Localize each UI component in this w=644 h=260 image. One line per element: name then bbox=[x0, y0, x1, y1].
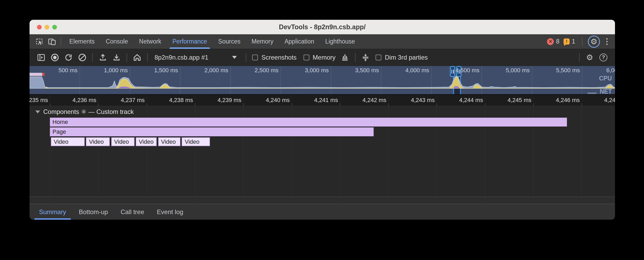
checkbox-label: Memory bbox=[313, 54, 336, 61]
issue-count: 1 bbox=[572, 38, 575, 45]
ruler-label: 4,244 ms bbox=[459, 97, 485, 104]
track-bar-page[interactable]: Page bbox=[50, 127, 374, 136]
issues-badge[interactable]: ! 1 bbox=[564, 38, 575, 45]
tab-network[interactable]: Network bbox=[133, 34, 167, 49]
track-area[interactable]: Components ⚛ — Custom track HomePageVide… bbox=[30, 106, 615, 204]
ruler-label: 4,239 ms bbox=[218, 97, 243, 104]
ruler-label: 4,243 ms bbox=[411, 97, 437, 104]
drawer-tab-event-log[interactable]: Event log bbox=[151, 204, 190, 220]
more-options-menu-button[interactable] bbox=[603, 38, 611, 45]
checkbox-icon bbox=[252, 55, 258, 60]
divider bbox=[127, 53, 127, 62]
error-count: 8 bbox=[556, 38, 559, 45]
ruler-label: 4,242 ms bbox=[363, 97, 388, 104]
divider bbox=[147, 53, 148, 62]
target-selector-value: 8p2n9n.csb.app #1 bbox=[155, 54, 208, 61]
custom-track-title: Components ⚛ — Custom track bbox=[43, 108, 134, 115]
issue-icon: ! bbox=[564, 38, 570, 45]
ruler-tick bbox=[243, 103, 244, 106]
track-bar-video[interactable]: Video bbox=[86, 137, 110, 146]
divider bbox=[92, 53, 93, 62]
minimize-window-button[interactable] bbox=[45, 25, 49, 30]
drawer-tab-bottom-up[interactable]: Bottom-up bbox=[73, 204, 114, 220]
clear-recording-icon[interactable] bbox=[75, 51, 89, 64]
inspect-element-icon[interactable] bbox=[34, 36, 46, 47]
track-bar-video[interactable]: Video bbox=[158, 137, 180, 146]
tab-memory[interactable]: Memory bbox=[246, 34, 279, 49]
ruler-tick bbox=[388, 103, 389, 106]
screenshots-checkbox[interactable]: Screenshots bbox=[252, 54, 296, 61]
ruler-tick bbox=[195, 103, 195, 106]
toolbar-right-controls: ⚙ ? bbox=[576, 51, 615, 64]
timeline-overview[interactable]: CPU NET 500 ms1,000 ms1,500 ms2,000 ms2,… bbox=[30, 66, 615, 95]
save-profile-icon[interactable] bbox=[110, 51, 123, 64]
main-tabbar: ElementsConsoleNetworkPerformanceSources… bbox=[30, 34, 615, 49]
zoom-window-button[interactable] bbox=[52, 25, 57, 30]
ruler-tick bbox=[98, 103, 99, 106]
ruler-label: 4,237 ms bbox=[121, 97, 147, 104]
ruler-label: 4,241 ms bbox=[314, 97, 340, 104]
ruler-tick bbox=[581, 103, 582, 106]
ruler-label: 4,246 ms bbox=[556, 97, 582, 104]
target-selector-dropdown[interactable]: 8p2n9n.csb.app #1 bbox=[155, 54, 237, 61]
tab-sources[interactable]: Sources bbox=[213, 34, 246, 49]
track-bar-video[interactable]: Video bbox=[136, 137, 157, 146]
ruler-tick bbox=[50, 103, 50, 106]
ruler-tick bbox=[533, 103, 534, 106]
divider bbox=[579, 53, 580, 62]
ruler-tick bbox=[292, 103, 292, 106]
reload-and-record-icon[interactable] bbox=[62, 51, 75, 64]
track-bar-video[interactable]: Video bbox=[51, 137, 85, 146]
divider bbox=[61, 37, 61, 46]
tab-application[interactable]: Application bbox=[279, 34, 320, 49]
devtools-window: DevTools - 8p2n9n.csb.app/ ElementsConso… bbox=[30, 20, 615, 220]
error-icon: ✕ bbox=[547, 38, 554, 45]
ruler-label: 4,240 ms bbox=[266, 97, 292, 104]
ruler-label: 4,245 ms bbox=[508, 97, 534, 104]
drawer-tab-summary[interactable]: Summary bbox=[33, 204, 73, 220]
load-profile-icon[interactable] bbox=[96, 51, 110, 64]
tab-performance[interactable]: Performance bbox=[167, 34, 213, 49]
disclosure-triangle-icon bbox=[35, 110, 40, 113]
settings-gear-button[interactable]: ⚙ bbox=[588, 36, 600, 48]
checkbox-icon bbox=[304, 55, 309, 60]
home-icon[interactable] bbox=[130, 51, 144, 64]
collect-garbage-icon[interactable] bbox=[338, 51, 352, 64]
ruler-tick bbox=[340, 103, 340, 106]
console-errors-badge[interactable]: ✕ 8 bbox=[547, 38, 559, 45]
track-bar-home[interactable]: Home bbox=[50, 118, 567, 127]
shortcut-dialog-icon[interactable] bbox=[359, 51, 372, 64]
capture-settings-gear-icon[interactable]: ⚙ bbox=[583, 51, 597, 64]
ruler-tick bbox=[485, 103, 486, 106]
ruler-label: 4,236 ms bbox=[73, 97, 98, 104]
track-bar-video[interactable]: Video bbox=[182, 137, 210, 146]
track-bar-video[interactable]: Video bbox=[111, 137, 134, 146]
device-toolbar-icon[interactable] bbox=[46, 36, 58, 47]
divider bbox=[355, 53, 355, 62]
ruler-label: 4,247 ms bbox=[604, 97, 615, 104]
divider bbox=[582, 37, 583, 46]
checkbox-icon bbox=[376, 55, 381, 60]
checkbox-label: Dim 3rd parties bbox=[385, 54, 428, 61]
dim-3rd-parties-checkbox[interactable]: Dim 3rd parties bbox=[376, 54, 428, 61]
gear-icon: ⚙ bbox=[586, 54, 593, 61]
ruler-label: 4,238 ms bbox=[169, 97, 195, 104]
close-window-button[interactable] bbox=[37, 25, 42, 30]
chevron-down-icon bbox=[232, 56, 237, 59]
help-icon[interactable]: ? bbox=[597, 51, 610, 64]
memory-checkbox[interactable]: Memory bbox=[304, 54, 336, 61]
titlebar: DevTools - 8p2n9n.csb.app/ bbox=[30, 20, 615, 34]
tab-lighthouse[interactable]: Lighthouse bbox=[320, 34, 361, 49]
ruler-tick bbox=[436, 103, 437, 106]
record-icon[interactable] bbox=[48, 51, 62, 64]
question-mark-icon: ? bbox=[599, 54, 607, 61]
tab-elements[interactable]: Elements bbox=[64, 34, 100, 49]
tab-console[interactable]: Console bbox=[100, 34, 133, 49]
track-gridline bbox=[581, 106, 582, 204]
drawer-tab-call-tree[interactable]: Call tree bbox=[114, 204, 150, 220]
window-title: DevTools - 8p2n9n.csb.app/ bbox=[30, 23, 615, 31]
traffic-lights bbox=[37, 25, 57, 30]
checkbox-label: Screenshots bbox=[261, 54, 296, 61]
toggle-sidebar-icon[interactable] bbox=[34, 51, 48, 64]
tabbar-right-controls: ✕ 8 ! 1 ⚙ bbox=[547, 36, 615, 48]
